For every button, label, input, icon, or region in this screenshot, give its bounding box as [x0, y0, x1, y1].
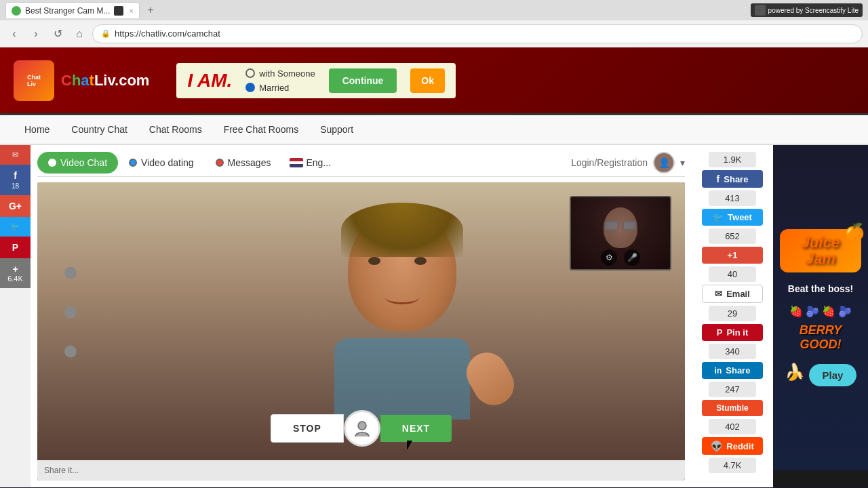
email-share-button[interactable]: ✉ Email — [702, 285, 763, 303]
social-plus-btn[interactable]: + 6.4K — [0, 258, 31, 288]
person-head — [348, 209, 456, 331]
play-row: 🍌 Play — [785, 357, 857, 386]
tab-video-chat[interactable]: Video Chat — [37, 152, 118, 174]
ad-continue-button[interactable]: Continue — [329, 68, 397, 93]
browser-tab[interactable]: Best Stranger Cam M... × — [5, 2, 140, 18]
login-area[interactable]: Login/Registration 👤 ▾ — [571, 152, 685, 174]
small-video-controls: ⚙ 🎤 — [571, 249, 670, 266]
chat-tabs: Video Chat Video dating Messages Eng... … — [37, 152, 685, 177]
pinterest-icon: P — [12, 242, 18, 253]
svg-point-0 — [358, 422, 366, 430]
nav-free-chat[interactable]: Free Chat Rooms — [213, 115, 309, 144]
social-twitter-btn[interactable]: 🐦 — [0, 217, 31, 237]
nav-chat-rooms[interactable]: Chat Rooms — [138, 115, 213, 144]
social-facebook-btn[interactable]: f 18 — [0, 165, 31, 195]
person-eye-right — [414, 257, 427, 265]
twitter-share-icon: 🐦 — [713, 212, 724, 222]
tab-video-dating[interactable]: Video dating — [118, 152, 205, 174]
microphone-icon[interactable]: 🎤 — [624, 249, 640, 266]
person-eyes — [368, 257, 427, 265]
bottom-strip-text: Share it... — [44, 466, 79, 475]
email-icon: ✉ — [12, 150, 18, 159]
count-2: 413 — [709, 190, 756, 206]
blueberry-icon-2: 🫐 — [838, 305, 852, 318]
ad-option-married[interactable]: Married — [245, 83, 315, 93]
count-5: 29 — [709, 306, 756, 321]
next-button[interactable]: NEXT — [380, 415, 452, 442]
linkedin-share-button[interactable]: in Share — [702, 362, 763, 379]
right-sidebar: 1.9K f Share 413 🐦 Tweet 652 +1 40 ✉ Ema… — [692, 145, 773, 487]
social-google-btn[interactable]: G+ — [0, 195, 31, 217]
strawberry-icon-2: 🍓 — [822, 305, 835, 318]
tab-language-label: Eng... — [306, 157, 331, 168]
screencastify-text: powered by Screencastify Lite — [768, 7, 859, 14]
facebook-share-icon: f — [717, 174, 720, 184]
screencastify-icon — [114, 6, 123, 16]
pinterest-pin-button[interactable]: P Pin it — [702, 324, 763, 341]
stumbleupon-button[interactable]: Stumble — [702, 400, 763, 416]
twitter-tweet-button[interactable]: 🐦 Tweet — [702, 209, 763, 226]
twitter-tweet-label: Tweet — [728, 212, 752, 222]
social-pinterest-btn[interactable]: P — [0, 237, 31, 258]
social-email-btn[interactable]: ✉ — [0, 145, 31, 165]
nav-home[interactable]: Home — [14, 115, 60, 144]
login-label: Login/Registration — [571, 157, 648, 168]
site-logo: ChatLiv ChatLiv.com — [14, 60, 149, 101]
back-button[interactable]: ‹ — [5, 25, 23, 43]
count-1: 1.9K — [709, 152, 756, 167]
logo-icon: ChatLiv — [14, 60, 54, 101]
settings-icon[interactable]: ⚙ — [601, 249, 617, 266]
linkedin-share-label: Share — [726, 365, 750, 375]
site-wrapper: ChatLiv ChatLiv.com I AM. with Someone M… — [0, 47, 868, 487]
screencastify-badge: powered by Screencastify Lite — [751, 3, 863, 17]
game-subtitle: Beat the boss! — [788, 283, 853, 294]
facebook-share-label: Share — [724, 174, 748, 184]
ad-option-someone[interactable]: with Someone — [245, 68, 315, 79]
person-icon-button[interactable] — [344, 410, 380, 447]
tab-messages-label: Messages — [228, 157, 271, 168]
video-bottom-strip: Share it... — [37, 460, 685, 481]
count-9: 4.7K — [709, 458, 756, 473]
forward-button[interactable]: › — [27, 25, 45, 43]
video-dating-dot-icon — [129, 159, 137, 167]
main-video: ⚙ 🎤 STOP NEXT — [37, 182, 685, 460]
speaker-dot-mid — [64, 306, 77, 319]
reddit-button[interactable]: 👽 Reddit — [702, 437, 763, 455]
ad-radio-group: with Someone Married — [245, 68, 315, 93]
strawberry-icon-1: 🍓 — [789, 305, 803, 318]
person-eye-left — [368, 257, 380, 265]
stumbleupon-label: Stumble — [716, 403, 748, 413]
facebook-count: 18 — [12, 182, 19, 190]
tab-messages[interactable]: Messages — [205, 152, 282, 174]
content-area: Video Chat Video dating Messages Eng... … — [31, 145, 692, 487]
berry-text: BERRY GOOD! — [780, 323, 861, 352]
reddit-icon: 👽 — [711, 441, 722, 451]
reload-button[interactable]: ↺ — [49, 25, 66, 43]
ad-option-married-label: Married — [259, 83, 289, 93]
ad-headline: I AM. — [187, 70, 232, 92]
speaker-dot-bot — [64, 346, 77, 358]
video-controls: STOP NEXT — [37, 410, 685, 447]
avatar-chevron-icon: ▾ — [680, 157, 685, 168]
game-play-button[interactable]: Play — [809, 364, 857, 386]
tab-close-btn[interactable]: × — [129, 7, 133, 15]
facebook-share-button[interactable]: f Share — [702, 170, 763, 188]
google-plus-button[interactable]: +1 — [702, 247, 763, 264]
tab-video-chat-label: Video Chat — [60, 157, 107, 168]
tab-language[interactable]: Eng... — [281, 152, 339, 174]
browser-tab-bar: Best Stranger Cam M... × + powered by Sc… — [0, 0, 868, 20]
ad-ok-button[interactable]: Ok — [410, 68, 445, 93]
small-video-overlay: ⚙ 🎤 — [570, 196, 671, 270]
home-button[interactable]: ⌂ — [71, 25, 88, 43]
new-tab-button[interactable]: + — [142, 2, 159, 18]
stop-button[interactable]: STOP — [271, 414, 344, 443]
nav-country-chat[interactable]: Country Chat — [60, 115, 138, 144]
messages-dot-icon — [216, 159, 224, 167]
tab-label: Best Stranger Cam M... — [25, 6, 110, 16]
count-3: 652 — [709, 228, 756, 244]
ad-sidebar: Juice Jam 🍊 Beat the boss! 🍓 🫐 🍓 🫐 BERRY… — [773, 145, 868, 487]
address-bar[interactable]: 🔒 https://chatliv.com/camchat — [92, 24, 863, 43]
nav-support[interactable]: Support — [309, 115, 364, 144]
plus-count: 6.4K — [7, 274, 23, 283]
pinterest-pin-icon: P — [717, 327, 723, 338]
